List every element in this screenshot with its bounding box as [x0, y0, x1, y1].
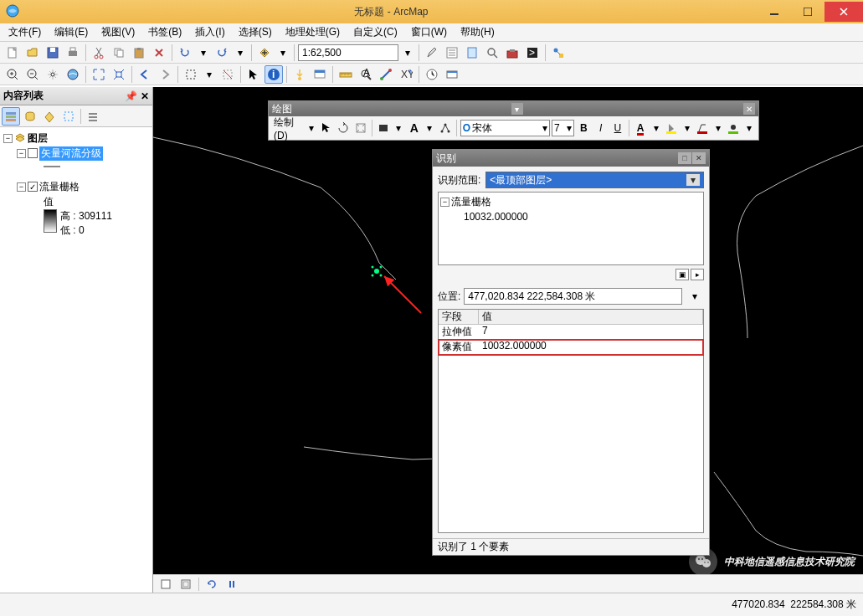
toc-icon[interactable] — [443, 44, 461, 62]
forward-extent-icon[interactable] — [156, 65, 174, 84]
arctoolbox-icon[interactable] — [503, 44, 521, 62]
layer1-checkbox[interactable] — [28, 148, 38, 158]
identify-window[interactable]: 识别 □ ✕ 识别范围: <最顶部图层> ▾ − 流量栅格 10032.0000… — [432, 149, 710, 556]
list-by-visibility-icon[interactable] — [40, 107, 59, 126]
drawing-menu[interactable]: 绘制(D) — [272, 116, 303, 141]
italic-icon[interactable]: I — [593, 119, 608, 137]
expand-icon[interactable]: − — [17, 149, 26, 158]
python-icon[interactable]: >_ — [523, 44, 542, 62]
new-icon[interactable] — [3, 44, 22, 62]
pause-drawing-icon[interactable] — [223, 575, 241, 593]
measure-icon[interactable] — [336, 65, 355, 84]
chevron-down-icon[interactable]: ▾ — [542, 122, 547, 134]
identify-close-icon[interactable]: ✕ — [692, 152, 706, 164]
menu-geoprocessing[interactable]: 地理处理(G) — [280, 23, 345, 41]
maximize-button[interactable] — [791, 2, 824, 22]
find-route-icon[interactable] — [377, 65, 395, 84]
pan-icon[interactable] — [44, 65, 62, 84]
toc-close-icon[interactable]: ✕ — [141, 90, 149, 102]
add-data-dropdown-icon[interactable]: ▾ — [275, 44, 290, 61]
print-icon[interactable] — [64, 44, 82, 62]
catalog-icon[interactable] — [463, 44, 481, 62]
drawing-toolbar[interactable]: 绘图 ▾ ✕ 绘制(D) ▾ ▾ A ▾ O 宋体 ▾ 7 ▾ B I U A … — [268, 100, 759, 141]
list-by-selection-icon[interactable] — [59, 107, 78, 126]
grid-row-pixel[interactable]: 像素值 10032.000000 — [439, 340, 703, 355]
redo-icon[interactable] — [213, 44, 231, 62]
delete-icon[interactable] — [150, 44, 168, 62]
color-ramp[interactable] — [44, 209, 57, 233]
fixed-zoom-out-icon[interactable] — [110, 65, 128, 84]
grid-header-field[interactable]: 字段 — [439, 310, 479, 324]
model-builder-icon[interactable] — [549, 44, 568, 62]
layer-vector-rivers[interactable]: 矢量河流分级 — [39, 146, 103, 161]
identify-units-dropdown-icon[interactable]: ▾ — [686, 287, 704, 305]
fixed-zoom-in-icon[interactable] — [90, 65, 108, 84]
fill-color-icon[interactable] — [664, 119, 679, 137]
identify-location-value[interactable]: 477,020.834 222,584.308 米 — [464, 288, 682, 305]
font-size-combo[interactable]: 7 ▾ — [552, 120, 574, 136]
goto-xy-icon[interactable]: XY — [397, 65, 415, 84]
drawing-toolbar-close-icon[interactable]: ✕ — [743, 103, 755, 115]
font-color-dropdown-icon[interactable]: ▾ — [650, 120, 662, 136]
identify-result-tree[interactable]: − 流量栅格 10032.000000 — [438, 192, 704, 265]
map-scale-input[interactable] — [298, 44, 398, 61]
list-by-drawing-order-icon[interactable] — [2, 107, 20, 126]
identify-tree-child[interactable]: 10032.000000 — [464, 211, 528, 223]
select-dropdown-icon[interactable]: ▾ — [202, 66, 217, 83]
menu-help[interactable]: 帮助(H) — [455, 23, 500, 41]
find-icon[interactable]: A — [357, 65, 375, 84]
close-button[interactable] — [824, 2, 863, 22]
grid-row-stretch[interactable]: 拉伸值 7 — [439, 325, 703, 340]
identify-tree-root[interactable]: 流量栅格 — [451, 195, 491, 209]
shape-dropdown-icon[interactable]: ▾ — [393, 120, 405, 136]
drawing-toolbar-options-icon[interactable]: ▾ — [511, 103, 523, 115]
list-by-source-icon[interactable] — [21, 107, 39, 126]
rectangle-tool-icon[interactable] — [376, 119, 391, 137]
text-tool-icon[interactable]: A — [407, 119, 422, 137]
clear-selection-icon[interactable] — [218, 65, 237, 84]
line-color-icon[interactable] — [695, 119, 710, 137]
chevron-down-icon[interactable]: ▾ — [567, 122, 572, 134]
menu-customize[interactable]: 自定义(C) — [348, 23, 403, 41]
expand-icon[interactable]: − — [17, 182, 26, 192]
line-color-dropdown-icon[interactable]: ▾ — [711, 120, 724, 136]
menu-select[interactable]: 选择(S) — [234, 23, 277, 41]
undo-dropdown-icon[interactable]: ▾ — [196, 44, 211, 61]
menu-bookmark[interactable]: 书签(B) — [143, 23, 187, 41]
add-data-icon[interactable] — [255, 44, 274, 62]
select-elements-icon[interactable] — [319, 119, 334, 137]
paste-icon[interactable] — [130, 44, 148, 62]
zoom-in-icon[interactable] — [3, 65, 22, 84]
layer2-checkbox[interactable]: ✓ — [28, 182, 38, 192]
font-name-combo[interactable]: O 宋体 ▾ — [460, 120, 550, 136]
expand-icon[interactable]: − — [3, 134, 13, 143]
menu-window[interactable]: 窗口(W) — [406, 23, 452, 41]
undo-icon[interactable] — [176, 44, 194, 62]
underline-icon[interactable]: U — [610, 119, 625, 137]
scale-dropdown-icon[interactable]: ▾ — [400, 44, 415, 61]
identify-dock-icon[interactable]: □ — [678, 152, 691, 164]
zoom-to-icon[interactable] — [353, 119, 368, 137]
identify-titlebar[interactable]: 识别 □ ✕ — [433, 150, 709, 167]
search-icon[interactable] — [483, 44, 501, 62]
identify-scope-combo[interactable]: <最顶部图层> ▾ — [485, 172, 704, 188]
grid-header-value[interactable]: 值 — [479, 310, 703, 324]
full-extent-icon[interactable] — [64, 65, 82, 84]
time-slider-icon[interactable] — [423, 65, 441, 84]
drawing-menu-dropdown-icon[interactable]: ▾ — [305, 120, 317, 136]
cut-icon[interactable] — [90, 44, 108, 62]
minimize-button[interactable] — [758, 2, 791, 22]
create-viewer-icon[interactable] — [443, 65, 461, 84]
select-elements-icon[interactable] — [244, 65, 263, 84]
expand-icon[interactable]: − — [440, 198, 449, 207]
pin-icon[interactable]: 📌 — [125, 90, 137, 102]
data-view-tab[interactable] — [157, 575, 175, 593]
layer-flow-raster[interactable]: 流量栅格 — [39, 180, 80, 194]
menu-edit[interactable]: 编辑(E) — [49, 23, 93, 41]
layer1-symbol[interactable] — [44, 166, 60, 167]
editor-toolbar-icon[interactable] — [423, 44, 441, 62]
redo-dropdown-icon[interactable]: ▾ — [233, 44, 248, 61]
marker-color-dropdown-icon[interactable]: ▾ — [742, 120, 755, 136]
menu-file[interactable]: 文件(F) — [3, 23, 46, 41]
back-extent-icon[interactable] — [136, 65, 154, 84]
